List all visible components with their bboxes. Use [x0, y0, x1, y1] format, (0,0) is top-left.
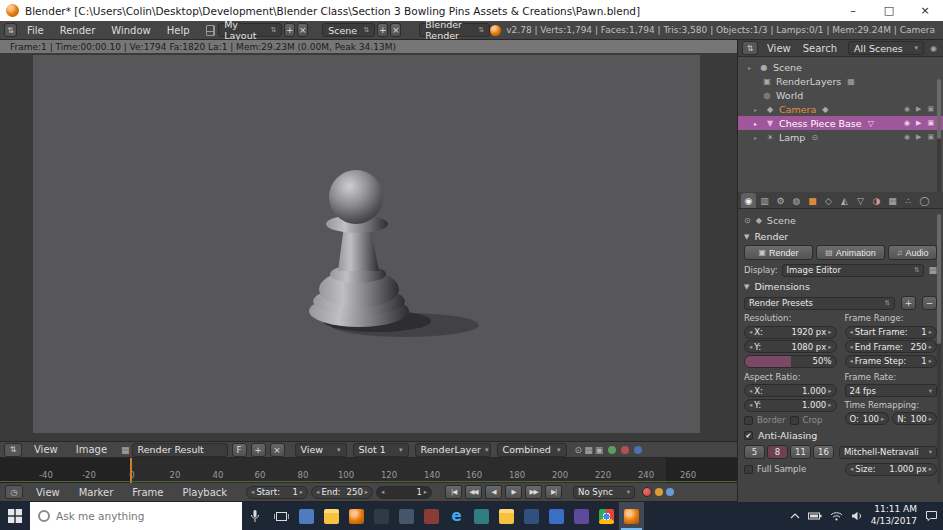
renderable-icon[interactable]: ▣: [927, 105, 934, 113]
image-new-button[interactable]: +: [251, 443, 266, 457]
taskbar-app-maroon[interactable]: [419, 502, 444, 530]
task-view-icon[interactable]: [268, 502, 294, 530]
outliner-scope-selector[interactable]: All Scenes ▾: [848, 41, 924, 55]
tab-constraints[interactable]: ◇: [821, 193, 836, 208]
hide-icon[interactable]: ◉: [904, 119, 910, 127]
start-button[interactable]: [0, 502, 30, 530]
play-reverse-button[interactable]: ◀: [485, 485, 502, 499]
timeline-menu-marker[interactable]: Marker: [71, 487, 122, 498]
tab-physics[interactable]: ◯: [917, 193, 932, 208]
image-editor-viewport[interactable]: Frame:1 | Time:00:00.10 | Ve:1794 Fa:182…: [0, 40, 737, 441]
channel-icon[interactable]: ▣: [595, 445, 604, 455]
taskbar-app-file-explorer[interactable]: [319, 502, 344, 530]
resolution-y-field[interactable]: ◂ Y: 1080 px ▸: [744, 340, 837, 353]
pin-icon[interactable]: ⊙: [744, 216, 751, 225]
wifi-icon[interactable]: [830, 511, 843, 521]
taskbar-app-chrome[interactable]: [594, 502, 619, 530]
timeline-menu-playback[interactable]: Playback: [174, 487, 235, 498]
image-menu-image[interactable]: Image: [68, 444, 115, 455]
scene-delete-button[interactable]: ×: [390, 23, 401, 37]
outliner-item-renderlayers[interactable]: ▣ RenderLayers ▦: [738, 74, 943, 88]
timeline-start-field[interactable]: ◂ Start: 1 ▸: [246, 486, 308, 499]
play-button[interactable]: ▶: [505, 485, 522, 499]
current-frame-field[interactable]: ◂ 1 ▸: [376, 486, 432, 499]
taskbar-app-window[interactable]: [294, 502, 319, 530]
timeline-menu-view[interactable]: View: [28, 487, 68, 498]
microphone-icon[interactable]: [242, 502, 268, 530]
jump-to-end-button[interactable]: ▶|: [545, 485, 562, 499]
record-button[interactable]: [642, 487, 652, 497]
end-frame-field[interactable]: ◂ End Frame: 250 ▸: [845, 340, 938, 353]
tab-particles[interactable]: ∴: [901, 193, 916, 208]
taskbar-app-blue[interactable]: [544, 502, 569, 530]
frame-step-field[interactable]: ◂ Frame Step: 1 ▸: [845, 355, 938, 368]
filter-icon[interactable]: ◉: [930, 44, 937, 53]
prev-keyframe-button[interactable]: ◀◀: [465, 485, 482, 499]
preset-add-button[interactable]: +: [901, 296, 916, 310]
layout-delete-button[interactable]: ×: [297, 23, 308, 37]
outliner-scrollbar[interactable]: [937, 79, 941, 199]
editor-type-selector[interactable]: ⇅: [4, 443, 22, 457]
layout-selector[interactable]: My Layout ⇅: [218, 23, 282, 37]
aa-samples-11-button[interactable]: 11: [790, 445, 811, 459]
insert-keyframe-icon[interactable]: [666, 488, 674, 496]
next-keyframe-button[interactable]: ▶▶: [525, 485, 542, 499]
fps-dropdown[interactable]: 24 fps ▾: [845, 384, 938, 397]
resolution-percentage-slider[interactable]: 50%: [744, 355, 837, 368]
timeline-ruler[interactable]: -40 -20 0 20 40 60 80 100 120 140 160 18…: [0, 458, 737, 483]
render-presets-dropdown[interactable]: Render Presets ⇅: [744, 297, 895, 310]
scene-selector[interactable]: Scene ⇅: [322, 23, 375, 37]
image-datablock-selector[interactable]: Render Result: [132, 443, 228, 457]
render-layer-dropdown[interactable]: RenderLayer ▾: [415, 443, 491, 457]
outliner-item-chess-piece-base[interactable]: ▸ ▼ Chess Piece Base ▽ ◉ ▶ ▣: [738, 116, 943, 130]
render-pass-dropdown[interactable]: Combined ▾: [497, 443, 567, 457]
anti-aliasing-checkbox[interactable]: ✔: [744, 431, 753, 440]
tab-object[interactable]: ■: [805, 193, 820, 208]
hide-icon[interactable]: ◉: [904, 105, 910, 113]
fake-user-button[interactable]: F: [232, 443, 247, 457]
taskbar-app-folder[interactable]: [494, 502, 519, 530]
editor-type-selector[interactable]: ⇅: [4, 23, 17, 37]
aa-filter-dropdown[interactable]: Mitchell-Netravali ▾: [839, 446, 937, 459]
timeline-editor-icon[interactable]: ◷: [5, 485, 23, 499]
tab-modifiers[interactable]: ◭: [837, 193, 852, 208]
taskbar-app-slate[interactable]: [394, 502, 419, 530]
remap-old-field[interactable]: O: 100 ▸: [845, 412, 890, 425]
render-panel-header[interactable]: ▼ Render: [744, 229, 937, 244]
outliner-item-lamp[interactable]: ▸ ☀ Lamp ⊙ ◉ ▶ ▣: [738, 130, 943, 144]
image-unlink-button[interactable]: ×: [270, 443, 285, 457]
battery-icon[interactable]: [808, 512, 822, 520]
speaker-icon[interactable]: [851, 511, 863, 521]
outliner-item-scene[interactable]: ▸ ● Scene: [738, 60, 943, 74]
tab-scene[interactable]: ⚙: [773, 193, 788, 208]
layout-add-button[interactable]: +: [284, 23, 295, 37]
channel-dot-green[interactable]: [608, 446, 616, 454]
menu-file[interactable]: File: [19, 25, 52, 36]
renderable-icon[interactable]: ▣: [927, 119, 934, 127]
display-dropdown[interactable]: Image Editor ⇅: [782, 264, 925, 277]
preset-remove-button[interactable]: −: [922, 296, 937, 310]
tab-render[interactable]: ◉: [741, 193, 756, 208]
action-center-icon[interactable]: [925, 510, 938, 522]
view-mode-dropdown[interactable]: View ▾: [295, 443, 347, 457]
tab-texture[interactable]: ▦: [885, 193, 900, 208]
border-checkbox[interactable]: [744, 416, 753, 425]
taskbar-app-blender[interactable]: [344, 502, 369, 530]
channel-icon[interactable]: ▦: [584, 445, 593, 455]
aa-samples-8-button[interactable]: 8: [767, 445, 788, 459]
taskbar-app-navy[interactable]: [519, 502, 544, 530]
slot-dropdown[interactable]: Slot 1 ▾: [353, 443, 409, 457]
dimensions-panel-header[interactable]: ▼ Dimensions: [744, 279, 937, 294]
taskbar-clock[interactable]: 11:11 AM 4/13/2017: [871, 504, 917, 527]
tab-render-layers[interactable]: ▥: [757, 193, 772, 208]
renderable-icon[interactable]: ▣: [927, 133, 934, 141]
sync-dropdown[interactable]: No Sync ▾: [573, 486, 635, 499]
tab-material[interactable]: ◑: [869, 193, 884, 208]
cortana-search-box[interactable]: [30, 502, 242, 530]
render-engine-selector[interactable]: Blender Render ⇅: [419, 23, 490, 37]
outliner-menu-view[interactable]: View: [762, 43, 796, 54]
hidden-icons-chevron[interactable]: [790, 513, 800, 519]
selectable-icon[interactable]: ▶: [916, 105, 921, 113]
close-button[interactable]: ×: [907, 0, 943, 21]
timeline-end-field[interactable]: ◂ End: 250 ▸: [311, 486, 373, 499]
